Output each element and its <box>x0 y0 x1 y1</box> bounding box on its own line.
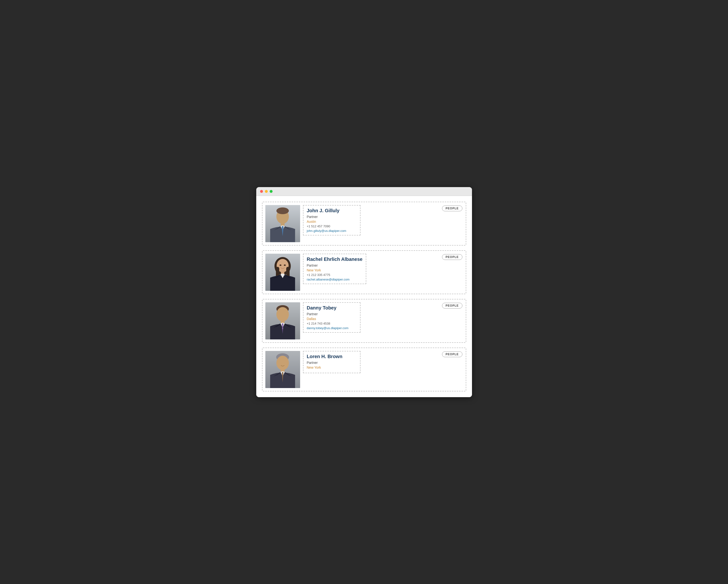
person-email[interactable]: rachel.albanese@dlapiper.com <box>307 278 363 281</box>
people-badge[interactable]: PEOPLE <box>442 352 462 357</box>
person-title: Partner <box>307 312 357 316</box>
person-card-danny-tobey[interactable]: Danny Tobey Partner Dallas +1 214 743 45… <box>262 299 466 343</box>
person-info-danny-tobey: Danny Tobey Partner Dallas +1 214 743 45… <box>303 302 361 333</box>
person-photo-danny-tobey <box>265 302 300 339</box>
person-phone: +1 512 457 7090 <box>307 224 357 228</box>
person-name: Danny Tobey <box>307 305 357 311</box>
person-location: Dallas <box>307 317 357 321</box>
svg-point-15 <box>277 307 289 322</box>
people-list: John J. Gilluly Partner Austin +1 512 45… <box>256 196 472 397</box>
person-info-john-gilluly: John J. Gilluly Partner Austin +1 512 45… <box>303 205 361 235</box>
person-card-rachel-albanese[interactable]: Rachel Ehrlich Albanese Partner New York… <box>262 250 466 294</box>
svg-rect-17 <box>282 325 283 326</box>
person-card-loren-brown[interactable]: Loren H. Brown Partner New York PEOPLE <box>262 347 466 391</box>
person-title: Partner <box>307 263 363 267</box>
person-email[interactable]: danny.tobey@us.dlapiper.com <box>307 326 357 330</box>
person-location: New York <box>307 268 363 272</box>
person-title: Partner <box>307 215 357 219</box>
person-info-rachel-albanese: Rachel Ehrlich Albanese Partner New York… <box>303 254 366 284</box>
svg-point-12 <box>284 265 286 266</box>
person-name: Rachel Ehrlich Albanese <box>307 256 363 262</box>
person-card-john-gilluly[interactable]: John J. Gilluly Partner Austin +1 512 45… <box>262 202 466 246</box>
person-location: Austin <box>307 220 357 223</box>
minimize-dot[interactable] <box>265 190 268 193</box>
svg-point-22 <box>277 356 289 370</box>
person-name: Loren H. Brown <box>307 354 357 359</box>
person-title: Partner <box>307 361 357 365</box>
person-phone: +1 214 743 4538 <box>307 322 357 325</box>
people-badge[interactable]: PEOPLE <box>442 303 462 308</box>
person-name: John J. Gilluly <box>307 208 357 214</box>
person-photo-john-gilluly <box>265 205 300 242</box>
svg-rect-18 <box>282 327 283 327</box>
svg-rect-19 <box>282 328 283 329</box>
person-email[interactable]: john.gilluly@us.dlapiper.com <box>307 229 357 232</box>
svg-point-4 <box>277 207 289 214</box>
people-badge[interactable]: PEOPLE <box>442 254 462 260</box>
person-photo-loren-brown <box>265 351 300 388</box>
person-location: New York <box>307 365 357 369</box>
close-dot[interactable] <box>260 190 263 193</box>
person-photo-rachel-albanese <box>265 254 300 291</box>
browser-chrome <box>256 187 472 196</box>
maximize-dot[interactable] <box>270 190 272 193</box>
browser-window: John J. Gilluly Partner Austin +1 512 45… <box>256 187 472 397</box>
svg-point-11 <box>280 265 281 266</box>
people-badge[interactable]: PEOPLE <box>442 205 462 211</box>
person-phone: +1 212 335 4775 <box>307 273 363 277</box>
person-info-loren-brown: Loren H. Brown Partner New York <box>303 351 361 373</box>
